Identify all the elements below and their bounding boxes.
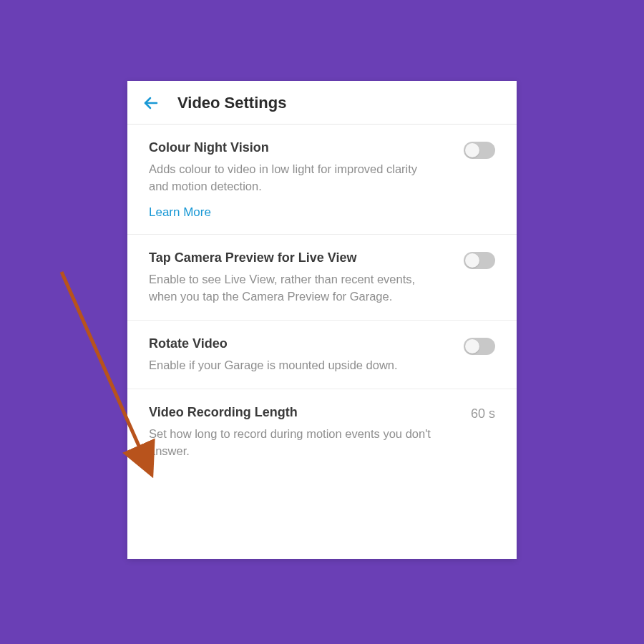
tap-camera-preview-toggle[interactable] <box>464 252 495 269</box>
back-arrow-icon[interactable] <box>142 94 160 112</box>
setting-description: Enable to see Live View, rather than rec… <box>149 271 435 306</box>
header: Video Settings <box>127 81 517 125</box>
settings-panel: Video Settings Colour Night Vision Adds … <box>127 81 517 559</box>
setting-description: Set how long to record during motion eve… <box>149 426 435 460</box>
setting-description: Adds colour to video in low light for im… <box>149 161 435 195</box>
setting-video-recording-length[interactable]: Video Recording Length Set how long to r… <box>127 389 517 474</box>
colour-night-vision-toggle[interactable] <box>464 142 495 159</box>
setting-colour-night-vision: Colour Night Vision Adds colour to video… <box>127 125 517 235</box>
setting-title: Rotate Video <box>149 336 398 351</box>
setting-tap-camera-preview: Tap Camera Preview for Live View Enable … <box>127 235 517 321</box>
setting-title: Colour Night Vision <box>149 140 435 155</box>
video-recording-length-value: 60 s <box>471 406 495 421</box>
setting-title: Tap Camera Preview for Live View <box>149 250 435 265</box>
setting-title: Video Recording Length <box>149 405 435 420</box>
page-title: Video Settings <box>177 94 286 112</box>
setting-rotate-video: Rotate Video Enable if your Garage is mo… <box>127 321 517 389</box>
toggle-knob <box>465 143 479 157</box>
rotate-video-toggle[interactable] <box>464 338 495 355</box>
learn-more-link[interactable]: Learn More <box>149 205 211 220</box>
toggle-knob <box>465 339 479 353</box>
toggle-knob <box>465 253 479 268</box>
setting-description: Enable if your Garage is mounted upside … <box>149 357 398 374</box>
